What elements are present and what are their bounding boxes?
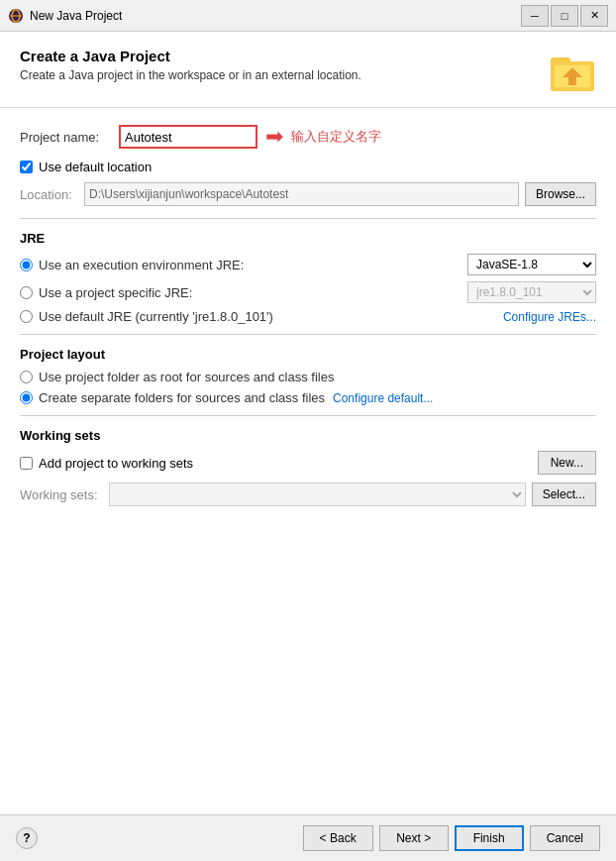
header-text: Create a Java Project Create a Java proj… bbox=[20, 48, 361, 82]
jre-option2-select-wrap: jre1.8.0_101 bbox=[467, 281, 596, 303]
jre-option1-row: Use an execution environment JRE: JavaSE… bbox=[20, 254, 596, 275]
layout-option1-label[interactable]: Use project folder as root for sources a… bbox=[39, 370, 334, 384]
folder-icon bbox=[549, 48, 596, 95]
layout-option1-row: Use project folder as root for sources a… bbox=[20, 370, 596, 384]
working-sets-section-header: Working sets bbox=[20, 428, 596, 443]
project-layout-section-header: Project layout bbox=[20, 347, 596, 362]
layout-option2-label[interactable]: Create separate folders for sources and … bbox=[39, 390, 325, 405]
location-row: Location: Browse... bbox=[20, 182, 596, 206]
jre-option2-row: Use a project specific JRE: jre1.8.0_101 bbox=[20, 281, 596, 303]
jre-option1-select[interactable]: JavaSE-1.8 bbox=[467, 254, 596, 275]
minimize-button[interactable]: ─ bbox=[521, 5, 549, 27]
jre-option1-select-wrap: JavaSE-1.8 bbox=[467, 254, 596, 275]
jre-option1-label[interactable]: Use an execution environment JRE: bbox=[39, 258, 266, 272]
jre-divider bbox=[20, 218, 596, 219]
layout-option1-radio[interactable] bbox=[20, 371, 33, 383]
arrow-icon: ➡ bbox=[265, 124, 283, 150]
layout-divider bbox=[20, 334, 596, 335]
dialog-body: Project name: ➡ 输入自定义名字 Use default loca… bbox=[0, 108, 616, 814]
jre-option3-row: Use default JRE (currently 'jre1.8.0_101… bbox=[20, 309, 596, 324]
working-sets-select[interactable] bbox=[109, 483, 526, 506]
dialog-title: Create a Java Project bbox=[20, 48, 361, 64]
add-working-sets-label[interactable]: Add project to working sets bbox=[39, 456, 193, 471]
next-button[interactable]: Next > bbox=[379, 825, 449, 851]
configure-jres-link[interactable]: Configure JREs... bbox=[503, 310, 596, 324]
project-name-row: Project name: ➡ 输入自定义名字 bbox=[20, 124, 596, 150]
project-name-wrap: ➡ 输入自定义名字 bbox=[119, 124, 596, 150]
layout-option2-row: Create separate folders for sources and … bbox=[20, 390, 596, 405]
jre-option2-label[interactable]: Use a project specific JRE: bbox=[39, 285, 266, 300]
jre-section-header: JRE bbox=[20, 231, 596, 246]
project-name-input[interactable] bbox=[119, 125, 257, 149]
cancel-button[interactable]: Cancel bbox=[530, 825, 600, 851]
dialog-subtitle: Create a Java project in the workspace o… bbox=[20, 68, 361, 82]
eclipse-icon bbox=[8, 8, 24, 24]
jre-option3-radio[interactable] bbox=[20, 310, 33, 323]
add-working-sets-row: Add project to working sets New... bbox=[20, 451, 596, 475]
back-button[interactable]: < Back bbox=[303, 825, 373, 851]
help-button[interactable]: ? bbox=[16, 827, 38, 849]
new-working-set-button[interactable]: New... bbox=[538, 451, 596, 475]
dialog-header: Create a Java Project Create a Java proj… bbox=[0, 32, 616, 108]
use-default-location-label[interactable]: Use default location bbox=[39, 160, 152, 174]
annotation-text: 输入自定义名字 bbox=[291, 128, 381, 146]
jre-option2-radio[interactable] bbox=[20, 286, 33, 299]
jre-option2-select[interactable]: jre1.8.0_101 bbox=[467, 281, 596, 303]
browse-button[interactable]: Browse... bbox=[525, 182, 596, 206]
location-label: Location: bbox=[20, 187, 84, 202]
window-controls[interactable]: ─ □ ✕ bbox=[521, 5, 608, 27]
project-name-label: Project name: bbox=[20, 130, 119, 145]
window-title: New Java Project bbox=[30, 9, 521, 23]
dialog-footer: ? < Back Next > Finish Cancel bbox=[0, 814, 616, 861]
select-working-set-button[interactable]: Select... bbox=[532, 483, 596, 506]
add-working-sets-checkbox[interactable] bbox=[20, 457, 33, 470]
use-default-location-row: Use default location bbox=[20, 160, 596, 174]
title-bar: New Java Project ─ □ ✕ bbox=[0, 0, 616, 32]
use-default-location-checkbox[interactable] bbox=[20, 161, 33, 173]
jre-option3-label[interactable]: Use default JRE (currently 'jre1.8.0_101… bbox=[39, 309, 273, 324]
location-input[interactable] bbox=[84, 182, 519, 206]
layout-option2-radio[interactable] bbox=[20, 391, 33, 404]
close-button[interactable]: ✕ bbox=[580, 5, 608, 27]
working-sets-divider bbox=[20, 415, 596, 416]
working-sets-input-row: Working sets: Select... bbox=[20, 483, 596, 506]
dialog: Create a Java Project Create a Java proj… bbox=[0, 32, 616, 861]
configure-default-link[interactable]: Configure default... bbox=[333, 391, 433, 405]
working-sets-label: Working sets: bbox=[20, 487, 109, 502]
finish-button[interactable]: Finish bbox=[455, 825, 524, 851]
maximize-button[interactable]: □ bbox=[551, 5, 578, 27]
jre-option1-radio[interactable] bbox=[20, 259, 33, 271]
